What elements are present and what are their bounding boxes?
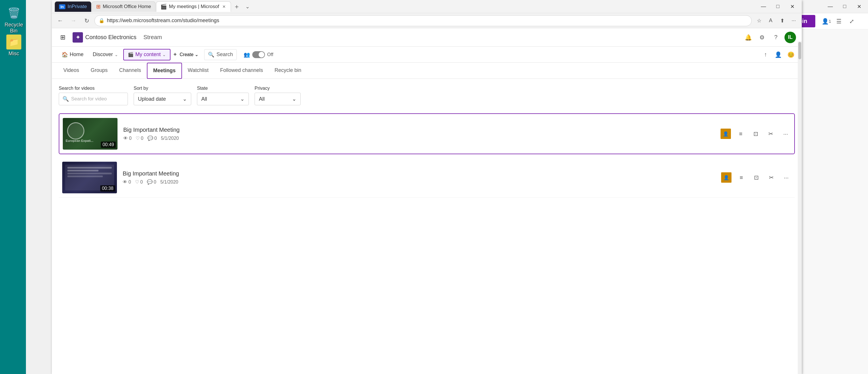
privacy-select[interactable]: All ⌄ <box>255 93 301 105</box>
caption-button-1[interactable]: ⊡ <box>750 129 761 139</box>
sort-select[interactable]: Upload date ⌄ <box>134 93 191 105</box>
transcript-button-2[interactable]: ≡ <box>736 172 746 183</box>
trim-icon-2: ✂ <box>769 174 774 181</box>
toggle-switch[interactable] <box>252 51 265 58</box>
sort-chevron-icon: ⌄ <box>183 96 187 102</box>
popout-icon[interactable]: ⤢ <box>846 16 857 27</box>
state-select[interactable]: All ⌄ <box>197 93 249 105</box>
sort-value: Upload date <box>138 96 166 102</box>
sub-nav-recycle-bin[interactable]: Recycle bin <box>269 63 307 79</box>
tab-meetings-label: My meetings | Microsof <box>169 4 219 9</box>
help-icon[interactable]: ? <box>771 32 781 42</box>
video-search-input[interactable]: 🔍 Search for video <box>59 93 128 105</box>
list-view-icon[interactable]: ☰ <box>834 16 844 27</box>
teams-close-button[interactable]: ✕ <box>852 1 866 12</box>
search-filter-label: Search for videos <box>59 86 128 91</box>
refresh-button[interactable]: ↻ <box>81 15 92 26</box>
video-info-1: Big Important Meeting 👁 0 ♡ 0 💬 0 <box>123 127 715 141</box>
misc-folder-icon[interactable]: 📁 Misc <box>2 35 25 57</box>
sub-nav-videos[interactable]: Videos <box>58 63 85 79</box>
brand-logo-area[interactable]: ✦ Contoso Electronics <box>72 32 136 42</box>
transcript-button-1[interactable]: ≡ <box>736 129 746 139</box>
discover-chevron-icon: ⌄ <box>115 53 118 57</box>
user-search-icon[interactable]: 👤 <box>773 49 783 60</box>
more-button-1[interactable]: ··· <box>780 129 791 139</box>
read-aloud-icon[interactable]: A <box>766 15 776 26</box>
header-icons: 🔔 ⚙ ? IL <box>743 32 796 43</box>
caption-button-2[interactable]: ⊡ <box>751 172 762 183</box>
my-content-chevron-icon: ⌄ <box>162 53 166 57</box>
participants-icon[interactable]: 👤1 <box>821 16 831 27</box>
nav-create[interactable]: + Create ⌄ <box>172 51 198 58</box>
app-grid-button[interactable]: ⊞ <box>58 32 68 42</box>
emoji-icon[interactable]: 😊 <box>786 49 796 60</box>
more-icon-1: ··· <box>783 131 788 137</box>
nav-my-content[interactable]: 🎬 My content ⌄ <box>123 49 170 60</box>
new-tab-button[interactable]: ＋ <box>231 1 242 12</box>
address-text: https://web.microsoftstream.com/studio/m… <box>107 18 747 24</box>
more-button-2[interactable]: ··· <box>781 172 792 183</box>
teams-icons-bar: 👤1 ☰ ⤢ <box>821 16 857 27</box>
stream-app: ⊞ ✦ Contoso Electronics Stream 🔔 ⚙ ? IL … <box>52 28 802 374</box>
nav-discover[interactable]: Discover ⌄ <box>89 49 122 60</box>
settings-gear-icon[interactable]: ⚙ <box>757 32 767 42</box>
sub-nav-meetings[interactable]: Meetings <box>147 63 182 79</box>
trim-button-1[interactable]: ✂ <box>766 129 776 139</box>
likes-icon-2: ♡ <box>135 179 139 185</box>
stream-nav: 🏠 Home Discover ⌄ 🎬 My content ⌄ + Creat… <box>52 46 802 63</box>
views-2: 👁 0 <box>123 179 131 185</box>
caption-icon-1: ⊡ <box>753 130 758 137</box>
teams-minimize-button[interactable]: — <box>824 1 837 12</box>
tab-office-home[interactable]: ⊞ Microsoft Office Home <box>92 1 156 12</box>
tab-bar: In InPrivate ⊞ Microsoft Office Home 🎬 M… <box>55 1 754 12</box>
sub-nav-groups[interactable]: Groups <box>85 63 114 79</box>
maximize-button[interactable]: □ <box>771 1 784 12</box>
stream-label: Stream <box>144 34 162 41</box>
sub-nav-followed-channels[interactable]: Followed channels <box>214 63 269 79</box>
close-button[interactable]: ✕ <box>786 1 799 12</box>
search-input-icon: 🔍 <box>62 96 69 102</box>
likes-2: ♡ 0 <box>135 179 143 185</box>
likes-icon-1: ♡ <box>136 136 140 141</box>
settings-icon[interactable]: ··· <box>788 15 799 26</box>
teams-maximize-button[interactable]: □ <box>838 1 851 12</box>
video-title-2[interactable]: Big Important Meeting <box>123 170 715 177</box>
caption-icon-2: ⊡ <box>754 174 759 181</box>
address-bar[interactable]: 🔒 https://web.microsoftstream.com/studio… <box>94 15 752 26</box>
tab-inprivate[interactable]: In InPrivate <box>55 1 91 12</box>
nav-home[interactable]: 🏠 Home <box>58 49 88 60</box>
recycle-bin-icon[interactable]: 🗑️ Recycle Bin <box>2 6 25 34</box>
tab-inprivate-label: InPrivate <box>68 4 87 9</box>
views-1: 👁 0 <box>123 136 132 141</box>
privacy-chevron-icon: ⌄ <box>292 96 296 102</box>
favorites-icon[interactable]: ☆ <box>754 15 764 26</box>
tab-dropdown-button[interactable]: ⌄ <box>243 1 253 12</box>
sort-filter-group: Sort by Upload date ⌄ <box>134 86 191 105</box>
search-icon: 🔍 <box>208 52 214 58</box>
browser-titlebar: In InPrivate ⊞ Microsoft Office Home 🎬 M… <box>52 0 802 13</box>
share-icon[interactable]: ⬆ <box>777 15 787 26</box>
trim-button-2[interactable]: ✂ <box>766 172 776 183</box>
user-avatar[interactable]: IL <box>784 32 796 43</box>
sub-nav-channels[interactable]: Channels <box>114 63 147 79</box>
back-button[interactable]: ← <box>55 15 66 26</box>
video-thumbnail-1[interactable]: European Expati... 00:49 <box>63 118 118 149</box>
tab-meetings[interactable]: 🎬 My meetings | Microsof ✕ <box>156 1 231 12</box>
tab-close-button[interactable]: ✕ <box>221 4 227 9</box>
video-duration-2: 00:38 <box>100 185 115 192</box>
comments-icon-1: 💬 <box>148 136 153 141</box>
search-placeholder: Search for video <box>71 96 107 102</box>
nav-right-icons: ↑ 👤 😊 <box>760 49 796 60</box>
owner-icon-2: 👤 <box>721 172 732 183</box>
video-thumbnail-2[interactable]: 00:38 <box>62 162 117 193</box>
state-chevron-icon: ⌄ <box>240 96 245 102</box>
sub-nav-watchlist[interactable]: Watchlist <box>182 63 214 79</box>
notification-icon[interactable]: 🔔 <box>743 32 753 42</box>
scroll-top-icon[interactable]: ↑ <box>760 49 771 60</box>
scrollbar[interactable] <box>798 41 802 374</box>
video-title-1[interactable]: Big Important Meeting <box>123 127 715 133</box>
forward-button[interactable]: → <box>68 15 79 26</box>
minimize-button[interactable]: — <box>757 1 770 12</box>
search-bar[interactable]: 🔍 Search <box>204 49 237 60</box>
filters-row: Search for videos 🔍 Search for video Sor… <box>59 86 795 105</box>
